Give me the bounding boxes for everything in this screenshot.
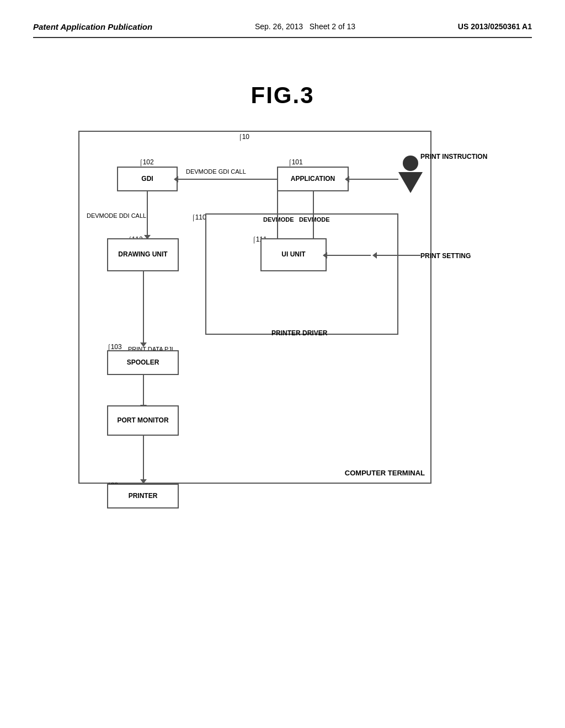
port-to-printer-arrow bbox=[143, 436, 144, 480]
sheet-info: Sep. 26, 2013 Sheet 2 of 13 bbox=[255, 22, 355, 31]
devmode-to-ui-arrow bbox=[327, 255, 371, 256]
app-to-gdi-arrow bbox=[178, 179, 277, 180]
devmode-right-label: DEVMODE bbox=[299, 216, 330, 223]
ui-unit-box: UI UNIT bbox=[260, 238, 327, 271]
devmode-gdi-call-label: DEVMODE GDI CALL bbox=[186, 168, 246, 175]
person-head bbox=[403, 156, 418, 171]
gdi-box: GDI bbox=[117, 167, 178, 191]
application-box: APPLICATION bbox=[277, 167, 349, 191]
person-body bbox=[398, 172, 423, 193]
system-diagram: ⌠10 COMPUTER TERMINAL ⌠102 GDI DEVMODE G… bbox=[67, 131, 498, 561]
print-setting-to-ui-arrow bbox=[376, 255, 420, 256]
print-setting-label: PRINT SETTING bbox=[420, 252, 471, 261]
person-icon bbox=[398, 156, 423, 193]
drawing-unit-box: DRAWING UNIT bbox=[107, 238, 179, 271]
spooler-to-port-arrow bbox=[143, 375, 144, 405]
printer-driver-label: PRINTER DRIVER bbox=[271, 329, 327, 337]
devmode-left-label: DEVMODE bbox=[263, 216, 294, 223]
patent-page: Patent Application Publication Sep. 26, … bbox=[0, 0, 565, 728]
drawing-to-spooler-arrow bbox=[143, 271, 144, 343]
page-header: Patent Application Publication Sep. 26, … bbox=[33, 22, 532, 38]
person-to-app-arrow bbox=[349, 179, 398, 180]
computer-terminal-label: COMPUTER TERMINAL bbox=[345, 469, 425, 477]
port-monitor-box: PORT MONITOR bbox=[107, 405, 179, 436]
sheet-number: Sheet 2 of 13 bbox=[310, 22, 355, 31]
printer-box: PRINTER bbox=[107, 484, 179, 508]
diagram-container: ⌠10 COMPUTER TERMINAL ⌠102 GDI DEVMODE G… bbox=[33, 131, 532, 561]
ref-103: ⌠103 bbox=[107, 343, 122, 351]
patent-number: US 2013/0250361 A1 bbox=[458, 22, 532, 31]
printer-driver-box bbox=[205, 213, 398, 335]
devmode-ddi-call-label: DEVMODE DDI CALL bbox=[87, 212, 146, 220]
ref-101: ⌠101 bbox=[288, 158, 303, 166]
print-instruction-label: PRINT INSTRUCTION bbox=[420, 153, 487, 162]
publication-date: Sep. 26, 2013 bbox=[255, 22, 303, 31]
gdi-to-drawing-arrow bbox=[147, 191, 148, 235]
ref-102: ⌠102 bbox=[139, 158, 154, 166]
publication-type: Patent Application Publication bbox=[33, 22, 152, 31]
figure-title: FIG.3 bbox=[33, 82, 532, 109]
spooler-box: SPOOLER bbox=[107, 350, 179, 375]
ref-110: ⌠110 bbox=[191, 213, 206, 221]
